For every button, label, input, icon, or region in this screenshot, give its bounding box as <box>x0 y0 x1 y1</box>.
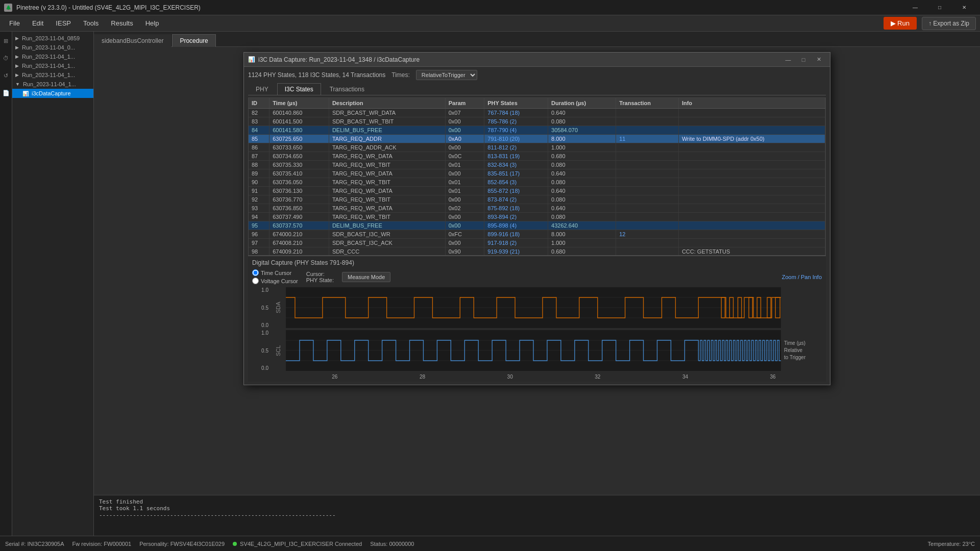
chevron-right-icon: ▶ <box>15 45 19 50</box>
col-txn: Transaction <box>616 98 679 109</box>
table-body: 82600140.860SDR_BCAST_WR_DATA0x07767-784… <box>249 109 825 256</box>
sidebar-icon-panels[interactable]: ⊞ <box>0 34 12 48</box>
menu-tools[interactable]: Tools <box>78 17 104 29</box>
dialog-close-button[interactable]: ✕ <box>812 54 826 65</box>
times-select[interactable]: RelativeToTrigger Absolute RelativeToSta… <box>416 70 477 80</box>
svg-rect-5 <box>729 297 733 318</box>
sidebar-icon-clock[interactable]: ⏱ <box>0 51 12 65</box>
sidebar: ▶ Run_2023-11-04_0859 ▶ Run_2023-11-04_0… <box>12 32 94 536</box>
svg-rect-4 <box>721 297 725 318</box>
dialog-titlebar: 📊 i3C Data Capture: Run_2023-11-04_1348 … <box>244 53 830 67</box>
col-desc: Description <box>329 98 445 109</box>
titlebar-left: 🌲 Pinetree (v 23.3.0) - Untitled (SV4E_4… <box>4 4 201 12</box>
table-row[interactable]: 84600141.580DELIM_BUS_FREE0x00787-790 (4… <box>249 126 825 135</box>
console-line-3: ----------------------------------------… <box>99 512 975 518</box>
run-button[interactable]: ▶ Run <box>884 17 917 30</box>
col-param: Param <box>445 98 484 109</box>
table-row[interactable]: 93630736.850TARG_REQ_WR_DATA0x02875-892 … <box>249 204 825 213</box>
console-line-2: Test took 1.1 seconds <box>99 505 975 512</box>
table-row[interactable]: 89630735.410TARG_REQ_WR_DATA0x00835-851 … <box>249 169 825 178</box>
chevron-right-icon: ▶ <box>15 36 19 41</box>
col-time: Time (µs) <box>270 98 329 109</box>
table-row[interactable]: 85630725.650TARG_REQ_ADDR0xA0791-810 (20… <box>249 135 825 143</box>
sidebar-item-run5[interactable]: ▶ Run_2023-11-04_1... <box>12 70 93 80</box>
table-row[interactable]: 82600140.860SDR_BCAST_WR_DATA0x07767-784… <box>249 109 825 117</box>
sub-tab-i3c[interactable]: I3C States <box>277 83 321 95</box>
table-header-row: ID Time (µs) Description Param PHY State… <box>249 98 825 109</box>
menu-results[interactable]: Results <box>106 17 138 29</box>
data-table-container[interactable]: ID Time (µs) Description Param PHY State… <box>248 97 826 256</box>
voltage-cursor-radio[interactable]: Voltage Cursor <box>252 278 298 284</box>
col-duration: Duration (µs) <box>548 98 616 109</box>
temperature-status: Temperature: 23°C <box>928 541 975 547</box>
tab-sidebandbus[interactable]: sidebandBusController <box>94 34 171 47</box>
dialog-minimize-button[interactable]: — <box>781 54 795 65</box>
fw-status: Fw revision: FW000001 <box>72 541 132 547</box>
i3c-dialog: 📊 i3C Data Capture: Run_2023-11-04_1348 … <box>243 52 830 385</box>
sidebar-icons-col: ⊞ ⏱ ↺ 📄 <box>0 32 12 536</box>
table-row[interactable]: 95630737.570DELIM_BUS_FREE0x00895-898 (4… <box>249 221 825 230</box>
data-table: ID Time (µs) Description Param PHY State… <box>249 98 825 256</box>
table-row[interactable]: 87630734.650TARG_REQ_WR_DATA0x0C813-831 … <box>249 152 825 161</box>
app-icon: 🌲 <box>4 4 12 12</box>
svg-rect-7 <box>749 297 752 318</box>
digital-capture-title: Digital Capture (PHY States 791-894) <box>252 259 822 266</box>
sub-tab-txn[interactable]: Transactions <box>322 83 372 95</box>
sda-waveform-row: 1.0 0.5 0.0 SDA <box>252 287 822 328</box>
dialog-title: i3C Data Capture: Run_2023-11-04_1348 / … <box>258 56 420 63</box>
dialog-info-bar: 1124 PHY States, 118 I3C States, 14 Tran… <box>248 70 826 80</box>
tab-procedure[interactable]: Procedure <box>172 34 215 47</box>
table-row[interactable]: 94630737.490TARG_REQ_WR_TBIT0x00893-894 … <box>249 213 825 221</box>
dialog-content: 1124 PHY States, 118 I3C States, 14 Tran… <box>244 67 830 385</box>
measure-mode-button[interactable]: Measure Mode <box>342 272 390 282</box>
svg-rect-9 <box>767 297 771 318</box>
col-phy: PHY States <box>484 98 548 109</box>
table-row[interactable]: 91630736.130TARG_REQ_WR_DATA0x01855-872 … <box>249 187 825 195</box>
minimize-button[interactable]: — <box>903 0 927 15</box>
table-row[interactable]: 90630736.050TARG_REQ_WR_TBIT0x01852-854 … <box>249 178 825 187</box>
menu-edit[interactable]: Edit <box>27 17 48 29</box>
tab-bar: sidebandBusController Procedure <box>94 32 980 47</box>
export-button[interactable]: ↑ Export as Zip <box>922 17 976 30</box>
sidebar-item-run3[interactable]: ▶ Run_2023-11-04_1... <box>12 52 93 61</box>
table-row[interactable]: 97674008.210SDR_BCAST_I3C_ACK0x00917-918… <box>249 239 825 247</box>
phy-states-info: 1124 PHY States, 118 I3C States, 14 Tran… <box>248 71 385 79</box>
menu-iesp[interactable]: IESP <box>51 17 76 29</box>
dialog-controls: — □ ✕ <box>781 54 826 65</box>
personality-status: Personality: FWSV4E4I3C01E029 <box>139 541 225 547</box>
sub-tabs: PHY I3C States Transactions <box>248 83 826 95</box>
sidebar-item-i3c[interactable]: 📊 i3cDataCapture <box>12 89 93 98</box>
maximize-button[interactable]: □ <box>928 0 951 15</box>
close-button[interactable]: ✕ <box>952 0 976 15</box>
sidebar-item-run4[interactable]: ▶ Run_2023-11-04_1... <box>12 61 93 70</box>
digital-capture: Digital Capture (PHY States 791-894) Tim… <box>248 256 826 382</box>
sidebar-item-run1[interactable]: ▶ Run_2023-11-04_0859 <box>12 34 93 43</box>
sidebar-item-run6[interactable]: ▼ Run_2023-11-04_1... <box>12 80 93 89</box>
sda-waveform-canvas <box>286 287 781 328</box>
table-row[interactable]: 92630736.770TARG_REQ_WR_TBIT0x00873-874 … <box>249 195 825 204</box>
sidebar-item-run2[interactable]: ▶ Run_2023-11-04_0... <box>12 43 93 52</box>
dialog-icon: 📊 <box>248 56 255 63</box>
titlebar: 🌲 Pinetree (v 23.3.0) - Untitled (SV4E_4… <box>0 0 980 15</box>
table-row[interactable]: 86630733.650TARG_REQ_ADDR_ACK0x00811-812… <box>249 143 825 152</box>
menu-file[interactable]: File <box>4 17 25 29</box>
col-info: Info <box>678 98 825 109</box>
dialog-maximize-button[interactable]: □ <box>796 54 811 65</box>
scl-waveform-row: 1.0 0.5 0.0 SCL <box>252 330 822 371</box>
table-row[interactable]: 88630735.330TARG_REQ_WR_TBIT0x01832-834 … <box>249 161 825 169</box>
menu-help[interactable]: Help <box>140 17 164 29</box>
sub-tab-phy[interactable]: PHY <box>248 83 276 95</box>
status-code: Status: 00000000 <box>370 541 414 547</box>
zoom-pan-info[interactable]: Zoom / Pan Info <box>782 274 822 280</box>
table-row[interactable]: 83600141.500SDR_BCAST_WR_TBIT0x00785-786… <box>249 117 825 126</box>
sidebar-icon-refresh[interactable]: ↺ <box>0 68 12 83</box>
scl-waveform-canvas <box>286 330 781 371</box>
table-row[interactable]: 96674000.210SDR_BCAST_I3C_WR0xFC899-916 … <box>249 230 825 239</box>
sidebar-icon-doc[interactable]: 📄 <box>0 86 12 100</box>
time-cursor-radio[interactable]: Time Cursor <box>252 269 298 276</box>
table-row[interactable]: 98674009.210SDR_CCC0x90919-939 (21)0.680… <box>249 247 825 256</box>
chevron-right-icon: ▶ <box>15 54 19 59</box>
dialog-title-left: 📊 i3C Data Capture: Run_2023-11-04_1348 … <box>248 56 420 63</box>
cursor-controls: Time Cursor Voltage Cursor Cursor: PHY S… <box>252 269 822 284</box>
statusbar: Serial #: INI3C230905A Fw revision: FW00… <box>0 536 980 551</box>
